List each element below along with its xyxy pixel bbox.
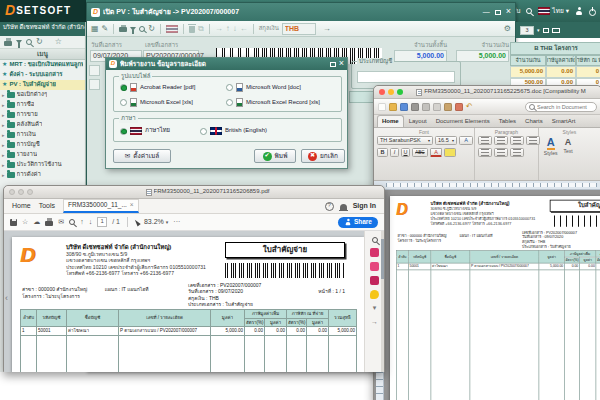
strikethrough-button[interactable]: ABC bbox=[412, 148, 428, 157]
sidebar-folder-config[interactable]: ▸การตั้งค่า bbox=[0, 170, 85, 180]
zoom-search-icon[interactable] bbox=[69, 219, 75, 225]
new-document-icon[interactable] bbox=[378, 103, 386, 111]
format-option-word[interactable]: Microsoft Word [doc] bbox=[226, 83, 301, 92]
format-option-excel-record[interactable]: Microsoft Excel Record [xls] bbox=[226, 98, 320, 107]
open-icon[interactable] bbox=[389, 103, 397, 111]
radio-selected[interactable] bbox=[120, 84, 127, 91]
dialog-titlebar[interactable]: D พิมพ์รายงาน ข้อมูลรายละเอียด × bbox=[106, 58, 347, 70]
language-switcher[interactable]: ไทย ▾ bbox=[538, 7, 569, 15]
zoom-level-dropdown[interactable]: 83.2% ▾ bbox=[144, 218, 168, 227]
maximize-button[interactable] bbox=[495, 10, 501, 15]
styles-button[interactable]: A Styles bbox=[544, 136, 558, 156]
cancel-button[interactable]: ✖ ยกเลิก bbox=[301, 149, 345, 163]
format-option-pdf[interactable]: Acrobat Reader [pdf] bbox=[120, 83, 195, 92]
cut-icon[interactable] bbox=[422, 103, 430, 111]
italic-button[interactable]: I bbox=[390, 148, 399, 157]
close-traffic-light[interactable] bbox=[9, 189, 15, 195]
sidebar-folder-history[interactable]: ▸ประวัติการใช้งาน bbox=[0, 160, 85, 170]
tab-charts[interactable]: Charts bbox=[521, 116, 547, 128]
sign-in-button[interactable]: Sign In bbox=[353, 202, 376, 211]
word-horizontal-ruler[interactable] bbox=[374, 181, 600, 190]
user-icon[interactable] bbox=[575, 7, 583, 15]
undo-icon[interactable]: ↶ bbox=[466, 102, 473, 112]
expand-windows-icon[interactable] bbox=[552, 28, 560, 33]
search-icon[interactable] bbox=[26, 39, 32, 45]
text-styles-button[interactable]: A Text bbox=[563, 136, 572, 154]
sidebar-folder-inventory[interactable]: ▸คลังสินค้า bbox=[0, 120, 85, 130]
pdf-page[interactable]: D บริษัท ดีเซทซอฟท์ จำกัด (สำนักงานใหญ่)… bbox=[12, 237, 364, 372]
grid-cell[interactable]: 0.00 bbox=[546, 66, 576, 78]
search-input[interactable] bbox=[537, 104, 593, 110]
edit-pdf-icon[interactable] bbox=[370, 276, 379, 285]
more-tools-icon[interactable]: ··· bbox=[173, 218, 180, 227]
minimize-traffic-light[interactable] bbox=[388, 89, 394, 95]
print-icon[interactable] bbox=[45, 221, 53, 226]
underline-button[interactable]: U bbox=[401, 148, 410, 157]
share-button[interactable]: Share bbox=[338, 217, 378, 228]
bullets-button[interactable] bbox=[478, 136, 492, 145]
help-icon[interactable]: ? bbox=[325, 202, 334, 211]
print-icon[interactable] bbox=[119, 27, 127, 32]
export-icon[interactable]: → bbox=[323, 24, 331, 34]
tab-home[interactable]: Home bbox=[12, 202, 31, 211]
currency-input[interactable] bbox=[282, 23, 316, 35]
star-icon[interactable]: ☆ bbox=[22, 218, 28, 227]
tab-tables[interactable]: Tables bbox=[495, 116, 520, 128]
copy-icon[interactable] bbox=[433, 103, 441, 111]
radio[interactable] bbox=[226, 99, 233, 106]
close-button[interactable]: × bbox=[339, 58, 344, 69]
delete-icon[interactable] bbox=[189, 26, 195, 33]
previous-page-handle[interactable]: ‹ bbox=[5, 293, 8, 304]
sidebar-item-mrt[interactable]: ★ MRT : ขอเบิกเงินทดแทนลูกหนี้ bbox=[0, 60, 85, 70]
grid-cell[interactable]: 0 bbox=[576, 66, 600, 78]
account-type-field[interactable] bbox=[357, 71, 455, 83]
copy-icon[interactable]: ⧉ bbox=[198, 24, 204, 34]
format-painter-icon[interactable] bbox=[455, 103, 463, 111]
collapse-panel-icon[interactable]: ▾ bbox=[373, 304, 377, 313]
next-record-icon[interactable]: → bbox=[215, 24, 223, 34]
last-record-icon[interactable]: ↓ bbox=[233, 24, 237, 34]
export-pdf-icon[interactable] bbox=[370, 248, 379, 257]
print-icon[interactable] bbox=[411, 103, 419, 111]
highlight-button[interactable] bbox=[444, 148, 456, 157]
font-color-button[interactable]: A bbox=[430, 148, 442, 157]
radio[interactable] bbox=[120, 99, 127, 106]
row-selector-button[interactable] bbox=[89, 79, 100, 90]
word-titlebar[interactable]: FRM3350000_11_20200713165225675.doc [Com… bbox=[374, 86, 600, 99]
save-icon[interactable] bbox=[400, 103, 408, 111]
grow-font-button[interactable]: A bbox=[459, 136, 473, 145]
sidebar-folder-reports[interactable]: ▸รายงาน bbox=[0, 150, 85, 160]
indent-decrease-button[interactable] bbox=[510, 136, 524, 145]
tab-smartart[interactable]: SmartArt bbox=[548, 116, 580, 128]
sidebar-folder-purchase[interactable]: ▸การซื้อ bbox=[0, 100, 85, 110]
indent-increase-button[interactable] bbox=[526, 136, 540, 145]
pdf-titlebar[interactable]: FRM3350000_11_20200713165206859.pdf bbox=[4, 186, 384, 199]
line-spacing-button[interactable] bbox=[510, 148, 524, 157]
filter-icon[interactable] bbox=[130, 27, 136, 31]
tab-layout[interactable]: Layout bbox=[405, 116, 431, 128]
minimize-traffic-light[interactable] bbox=[18, 189, 24, 195]
radio[interactable] bbox=[226, 84, 233, 91]
filter-icon[interactable] bbox=[16, 40, 22, 44]
radio[interactable] bbox=[200, 128, 207, 135]
search-icon[interactable] bbox=[526, 8, 532, 14]
numbering-button[interactable] bbox=[494, 136, 508, 145]
browse-icon[interactable]: ▦ bbox=[91, 24, 99, 34]
paste-icon[interactable] bbox=[444, 103, 452, 111]
font-size-dropdown[interactable]: 16.5 ▾ bbox=[435, 136, 457, 145]
select-tool-icon[interactable] bbox=[133, 218, 140, 226]
tab-document[interactable]: FRM3350000_11_... × bbox=[63, 199, 139, 213]
zoom-traffic-light[interactable] bbox=[397, 89, 403, 95]
bell-icon[interactable] bbox=[340, 204, 347, 210]
prev-record-icon[interactable]: ← bbox=[240, 24, 248, 34]
sidebar-folder-sales[interactable]: ▸การขาย bbox=[0, 110, 85, 120]
grid-cell[interactable]: 5,000.00 bbox=[510, 66, 546, 78]
amount-field[interactable]: 5,000.00 bbox=[456, 50, 509, 62]
sidebar-folder-withdraw[interactable]: ▸ขอเบิกต่างๆ bbox=[0, 90, 85, 100]
align-center-button[interactable] bbox=[494, 148, 508, 157]
row-selector-button[interactable] bbox=[89, 65, 100, 76]
search-icon[interactable] bbox=[139, 26, 145, 32]
page-number-input[interactable]: 1 bbox=[97, 217, 107, 227]
chevron-down-icon[interactable]: ▾ bbox=[537, 27, 540, 33]
bold-button[interactable]: B bbox=[377, 148, 388, 157]
